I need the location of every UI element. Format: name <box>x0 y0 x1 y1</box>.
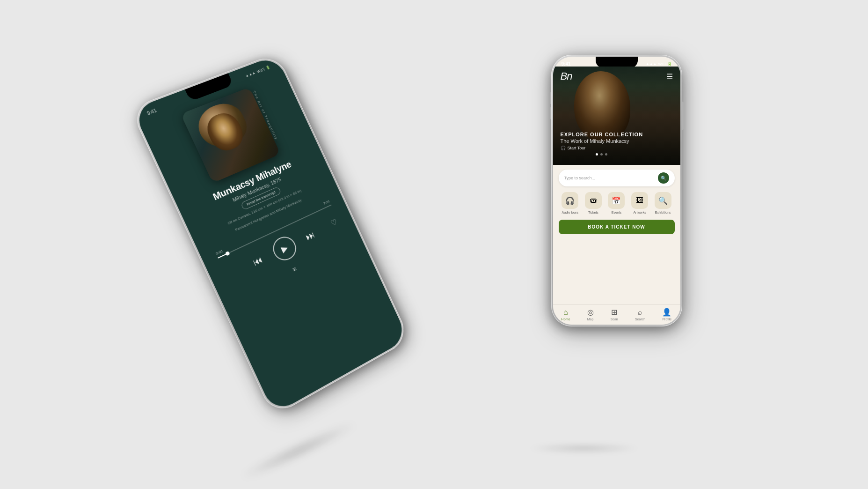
profile-icon: 👤 <box>662 308 671 317</box>
nav-scan[interactable]: ⊞ Scan <box>611 308 618 321</box>
hero-area: Bn ☰ EXPLORE OUR COLLECTION The Work of … <box>553 67 680 165</box>
home-label: Home <box>562 318 570 321</box>
audio-tours-icon-item[interactable]: 🎧 Audio tours <box>562 192 578 214</box>
hero-dot-2[interactable] <box>600 153 603 156</box>
skip-back-button[interactable]: ⏮ <box>251 254 264 268</box>
map-icon: ◎ <box>587 308 594 317</box>
time-total: 7:21 <box>322 199 330 206</box>
tickets-icon-item[interactable]: 🎟 Tickets <box>585 192 602 214</box>
search-input[interactable]: Type to search... <box>564 176 658 180</box>
start-tour-button[interactable]: 🎧 Start Tour <box>561 146 643 150</box>
nav-home[interactable]: ⌂ Home <box>562 308 570 321</box>
book-ticket-button[interactable]: BOOK A TICKET NOW <box>559 220 675 234</box>
home-icon: ⌂ <box>563 308 568 317</box>
hero-explore-label: EXPLORE OUR COLLECTION <box>561 132 643 137</box>
exhibitions-icon: 🔍 <box>655 192 671 209</box>
hero-dot-1[interactable] <box>596 153 598 156</box>
events-label: Events <box>612 211 621 214</box>
headphone-icon: 🎧 <box>561 146 566 150</box>
hero-subtitle: The Work of Mihaly Munkacsy <box>561 138 643 144</box>
battery-icon: 🔋 <box>667 62 672 66</box>
museum-logo: Bn <box>561 70 572 82</box>
volume-down-button[interactable] <box>550 107 551 119</box>
audio-tours-icon: 🎧 <box>562 192 578 209</box>
left-phone: 9:41 ▲▲▲ WiFi 🔋 The Art of Tranquility M… <box>129 53 410 417</box>
play-button[interactable]: ▶ <box>269 233 300 264</box>
exhibitions-icon-item[interactable]: 🔍 Exhibitions <box>655 192 671 214</box>
search-bar[interactable]: Type to search... 🔍 <box>559 170 675 186</box>
right-status-time: 9:41 <box>562 61 571 67</box>
nav-map[interactable]: ◎ Map <box>587 308 594 321</box>
nav-search-label: Search <box>635 318 645 321</box>
hero-text: EXPLORE OUR COLLECTION The Work of Mihal… <box>561 132 643 156</box>
favorite-button[interactable]: ♡ <box>329 217 338 228</box>
right-status-bar: 9:41 ▲▲▲ WiFi 🔋 <box>553 57 680 67</box>
time-current: 0:01 <box>215 249 224 256</box>
signal-icon: ▲▲▲ <box>646 62 657 66</box>
volume-up-button[interactable] <box>550 92 551 104</box>
nav-profile[interactable]: 👤 Profile <box>662 308 671 321</box>
power-button[interactable] <box>682 102 684 130</box>
hamburger-menu-button[interactable]: ☰ <box>666 72 673 81</box>
content-area: Type to search... 🔍 🎧 Audio tours 🎟 <box>553 165 680 304</box>
bottom-navigation: ⌂ Home ◎ Map ⊞ Scan ⌕ Search <box>553 304 680 325</box>
tickets-icon: 🎟 <box>585 192 602 209</box>
skip-forward-button[interactable]: ⏭ <box>304 229 316 243</box>
artworks-label: Artworks <box>633 211 646 214</box>
map-label: Map <box>587 318 594 321</box>
quick-icons-grid: 🎧 Audio tours 🎟 Tickets 📅 Events 🖼 <box>559 192 675 214</box>
nav-search[interactable]: ⌕ Search <box>635 308 645 321</box>
hero-dot-3[interactable] <box>605 153 607 156</box>
search-icon: 🔍 <box>661 176 666 181</box>
scan-icon: ⊞ <box>611 308 617 317</box>
artworks-icon-item[interactable]: 🖼 Artworks <box>631 192 648 214</box>
hero-carousel-dots <box>561 153 643 156</box>
search-button[interactable]: 🔍 <box>658 172 669 184</box>
hero-header: Bn ☰ <box>553 70 680 82</box>
audio-tours-label: Audio tours <box>562 211 578 214</box>
right-status-icons: ▲▲▲ WiFi 🔋 <box>646 62 672 66</box>
exhibitions-label: Exhibitions <box>655 211 671 214</box>
artworks-icon: 🖼 <box>631 192 648 209</box>
scan-label: Scan <box>611 318 618 321</box>
events-icon-item[interactable]: 📅 Events <box>608 192 625 214</box>
nav-search-icon: ⌕ <box>638 308 642 317</box>
right-phone: 9:41 ▲▲▲ WiFi 🔋 Bn ☰ <box>551 55 682 326</box>
tickets-label: Tickets <box>588 211 598 214</box>
events-icon: 📅 <box>608 192 625 209</box>
profile-label: Profile <box>662 318 671 321</box>
wifi-icon: WiFi <box>658 62 666 66</box>
